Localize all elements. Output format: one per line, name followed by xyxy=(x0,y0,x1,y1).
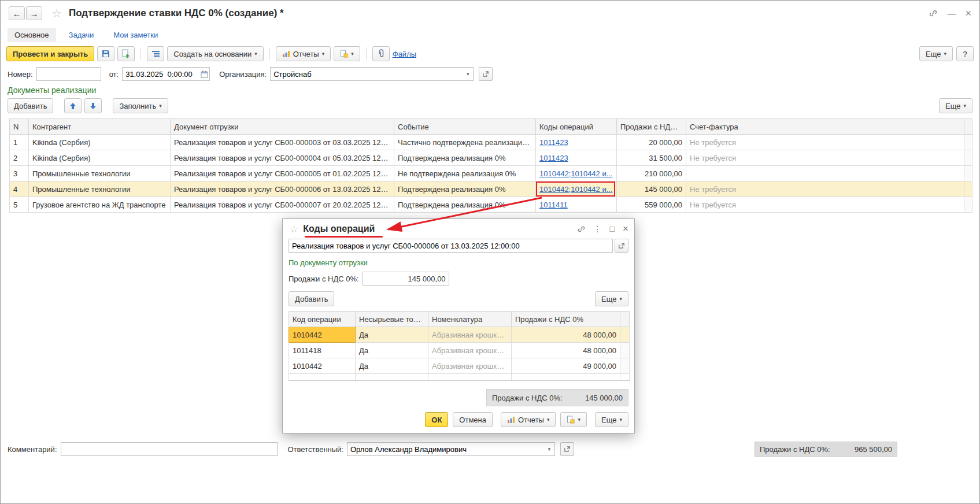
favorite-star-icon[interactable]: ☆ xyxy=(290,223,298,235)
fill-button[interactable]: Заполнить ▾ xyxy=(113,98,168,113)
responsible-input[interactable] xyxy=(347,445,544,454)
linked-document-icon xyxy=(567,416,575,424)
sales-vat0-input[interactable] xyxy=(363,272,449,286)
chevron-down-icon: ▾ xyxy=(619,296,622,302)
attachments-button[interactable] xyxy=(372,46,390,61)
minimize-icon[interactable]: — xyxy=(947,9,956,18)
close-icon[interactable]: × xyxy=(965,8,971,20)
back-button[interactable]: ← xyxy=(9,6,25,20)
close-icon[interactable]: × xyxy=(623,223,628,235)
dialog-reports-button[interactable]: Отчеты ▾ xyxy=(501,412,556,427)
dialog-add-button[interactable]: Добавить xyxy=(289,291,334,306)
shipping-document-input[interactable] xyxy=(289,242,612,250)
table-row-selected[interactable]: 1010442 Да Абразивная крошка №3 48 000,0… xyxy=(289,327,630,343)
reports-button[interactable]: Отчеты ▾ xyxy=(276,46,331,61)
col-sales-vat0[interactable]: Продажи с НДС 0% xyxy=(617,119,686,135)
cell-sales: 48 000,00 xyxy=(512,343,620,358)
table-row[interactable]: 3 Промышленные технологии Реализация тов… xyxy=(10,166,972,181)
operation-codes-link[interactable]: 1011423 xyxy=(539,138,568,147)
save-icon xyxy=(101,49,110,58)
col-nomenclature[interactable]: Номенклатура xyxy=(428,312,512,327)
shipping-document-open-button[interactable] xyxy=(615,239,628,253)
dialog-linked-document-button[interactable]: ▾ xyxy=(560,412,587,427)
table-row[interactable]: 2 Kikinda (Сербия) Реализация товаров и … xyxy=(10,150,972,166)
chevron-down-icon[interactable]: ▾ xyxy=(544,446,554,452)
table-row[interactable]: 1011418 Да Абразивная крошка №5 48 000,0… xyxy=(289,343,630,358)
number-input[interactable] xyxy=(36,67,101,81)
operation-codes-link[interactable]: 1011411 xyxy=(539,201,568,209)
ok-button[interactable]: ОК xyxy=(425,412,448,427)
number-label: Номер: xyxy=(8,70,33,79)
toolbar-separator xyxy=(366,47,367,60)
comment-label: Комментарий: xyxy=(8,445,57,454)
tab-my-notes[interactable]: Мои заметки xyxy=(106,28,165,42)
list-toolbar: Добавить Заполнить ▾ Еще ▾ xyxy=(1,97,979,115)
col-operation-codes[interactable]: Коды операций xyxy=(536,119,617,135)
linked-document-button[interactable]: ▾ xyxy=(334,46,360,61)
col-stub xyxy=(620,312,630,327)
dialog-more-button[interactable]: Еще ▾ xyxy=(595,291,628,306)
kebab-menu-icon[interactable]: ⋮ xyxy=(594,224,602,234)
comment-input[interactable] xyxy=(61,442,278,456)
more-button[interactable]: Еще ▾ xyxy=(919,46,953,61)
forward-button[interactable]: → xyxy=(26,6,42,20)
cell-sales: 559 000,00 xyxy=(617,197,686,213)
cancel-button[interactable]: Отмена xyxy=(453,412,493,427)
get-link-icon[interactable] xyxy=(577,225,586,234)
cell-row-number: 5 xyxy=(10,197,29,213)
post-document-button[interactable] xyxy=(117,46,135,61)
cell-operation-code[interactable]: 1010442 xyxy=(289,327,356,343)
col-non-raw-goods[interactable]: Несырьевые товары xyxy=(356,312,428,327)
responsible-label: Ответственный: xyxy=(288,445,343,454)
chevron-down-icon: ▾ xyxy=(963,103,966,109)
cell-contractor: Промышленные технологии xyxy=(29,181,171,197)
favorite-star-icon[interactable]: ☆ xyxy=(51,6,62,20)
dialog-more-button-bottom[interactable]: Еще ▾ xyxy=(595,412,628,427)
calendar-icon[interactable] xyxy=(199,71,209,78)
move-down-button[interactable] xyxy=(84,98,102,113)
operation-codes-link[interactable]: 1010442;1010442 и... xyxy=(539,185,613,194)
move-up-button[interactable] xyxy=(64,98,82,113)
save-button[interactable] xyxy=(97,46,114,61)
tab-main[interactable]: Основное xyxy=(8,28,56,42)
cell-shipping-doc: Реализация товаров и услуг СБ00-000007 о… xyxy=(171,197,394,213)
back-arrow-icon: ← xyxy=(13,9,21,18)
organization-open-button[interactable] xyxy=(479,67,493,81)
col-sales-vat0[interactable]: Продажи с НДС 0% xyxy=(512,312,620,327)
chevron-down-icon[interactable]: ▾ xyxy=(463,71,473,77)
files-link[interactable]: Файлы xyxy=(393,50,416,58)
col-shipping-doc[interactable]: Документ отгрузки xyxy=(171,119,394,135)
col-operation-code[interactable]: Код операции xyxy=(289,312,356,327)
table-row[interactable]: 1 Kikinda (Сербия) Реализация товаров и … xyxy=(10,135,972,150)
help-button[interactable]: ? xyxy=(956,46,974,61)
cell-operation-code[interactable]: 1011418 xyxy=(289,343,356,358)
date-input[interactable] xyxy=(123,70,199,79)
get-link-icon[interactable] xyxy=(929,9,938,18)
create-based-on-button[interactable]: Создать на основании ▾ xyxy=(167,46,263,61)
section-title: Документы реализации xyxy=(1,84,979,97)
tab-tasks[interactable]: Задачи xyxy=(62,28,101,42)
col-n[interactable]: N xyxy=(10,119,29,135)
col-contractor[interactable]: Контрагент xyxy=(29,119,171,135)
col-invoice[interactable]: Счет-фактура xyxy=(686,119,964,135)
add-row-button[interactable]: Добавить xyxy=(8,98,53,113)
dialog-total-panel: Продажи с НДС 0%: 145 000,00 xyxy=(486,389,628,406)
cell-operation-code[interactable]: 1010442 xyxy=(289,358,356,374)
operation-codes-link[interactable]: 1011423 xyxy=(539,154,568,162)
col-event[interactable]: Событие xyxy=(394,119,536,135)
list-more-button[interactable]: Еще ▾ xyxy=(939,98,972,113)
organization-input[interactable] xyxy=(271,70,463,79)
table-row[interactable]: 1010442 Да Абразивная крошка №4 49 000,0… xyxy=(289,358,630,374)
cell-event: Подтверждена реализация 0% xyxy=(394,181,536,197)
responsible-open-button[interactable] xyxy=(560,442,574,456)
operation-codes-table: Код операции Несырьевые товары Номенклат… xyxy=(289,311,630,381)
by-shipping-doc-link[interactable]: По документу отгрузки xyxy=(289,258,368,267)
post-and-close-button[interactable]: Провести и закрыть xyxy=(6,46,94,61)
table-row-selected[interactable]: 4 Промышленные технологии Реализация тов… xyxy=(10,181,972,197)
maximize-icon[interactable]: □ xyxy=(610,224,615,234)
operation-codes-link[interactable]: 1010442;1010442 и... xyxy=(539,169,613,178)
cell-non-raw: Да xyxy=(356,343,428,358)
table-row[interactable]: 5 Грузовое агентство на ЖД транспорте Ре… xyxy=(10,197,972,213)
subordination-structure-button[interactable] xyxy=(147,46,164,61)
reports-label: Отчеты xyxy=(518,416,544,424)
